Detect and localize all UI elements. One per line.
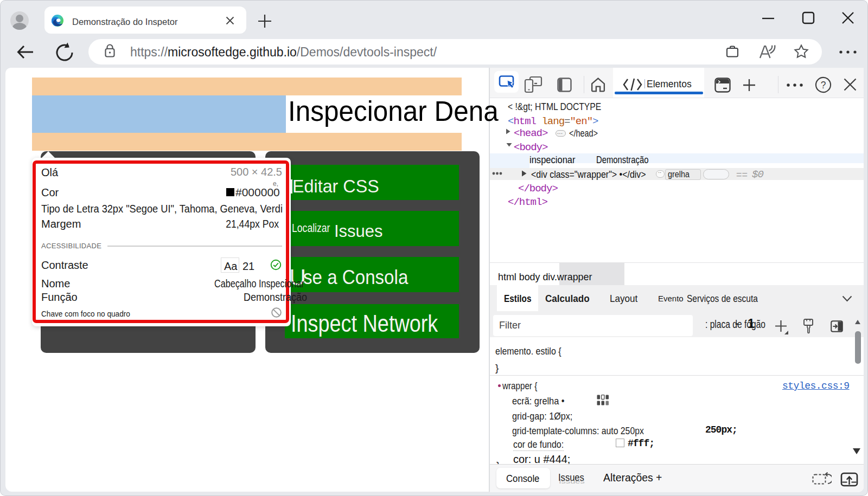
svg-text:?: ? [821,80,826,91]
